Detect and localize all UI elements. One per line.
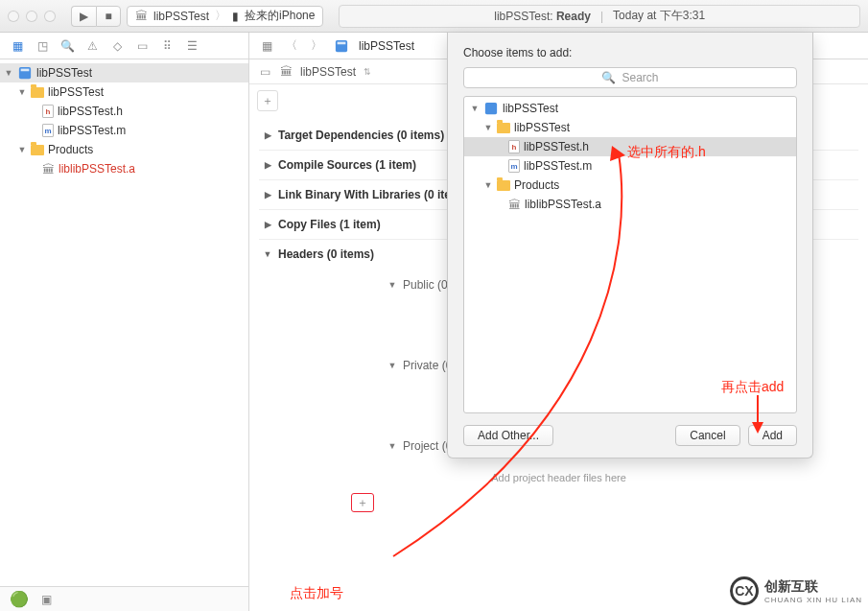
- issue-icon[interactable]: ⚠: [84, 38, 100, 54]
- logo-py: CHUANG XIN HU LIAN: [764, 596, 862, 604]
- sheet-search[interactable]: 🔍 Search: [463, 67, 797, 88]
- header-file-icon: h: [42, 105, 54, 118]
- library-icon: 🏛: [42, 162, 55, 176]
- source-control-icon[interactable]: ◳: [35, 38, 50, 54]
- header-file-icon: h: [508, 140, 520, 153]
- project-icon: [334, 38, 349, 54]
- breakpoint-icon[interactable]: ⠿: [159, 38, 175, 54]
- nav-products-row[interactable]: ▼ Products: [0, 140, 248, 159]
- minimize-dot[interactable]: [26, 11, 37, 22]
- outline-icon[interactable]: ▭: [257, 64, 272, 80]
- search-icon[interactable]: 🔍: [59, 38, 75, 54]
- add-label: Add: [762, 429, 783, 442]
- debug-view-icon[interactable]: ▣: [38, 592, 54, 607]
- impl-file-icon: m: [508, 159, 520, 173]
- debug-globe-icon[interactable]: 🟢: [10, 590, 29, 608]
- add-phase-button[interactable]: ＋: [257, 90, 278, 111]
- debug-icon[interactable]: ▭: [134, 38, 150, 54]
- impl-file-icon: m: [42, 124, 54, 137]
- phase-compile-label: Compile Sources (1 item): [278, 158, 416, 172]
- status-state: Ready: [556, 10, 591, 23]
- project-icon: [17, 65, 33, 81]
- nav-project-row[interactable]: ▼ libPSSTest: [0, 63, 248, 82]
- chevron-updown-icon[interactable]: ⇅: [364, 67, 371, 77]
- sheet-title: Choose items to add:: [448, 33, 812, 67]
- watermark-logo: CX 创新互联 CHUANG XIN HU LIAN: [730, 576, 862, 605]
- tree-file-h[interactable]: hlibPSSTest.h: [464, 137, 796, 156]
- disclosure-icon[interactable]: ▼: [17, 87, 27, 97]
- folder-icon: [497, 180, 510, 191]
- phase-headers-label: Headers (0 items): [278, 247, 374, 261]
- logo-mark: CX: [730, 576, 759, 605]
- scheme-target: libPSSTest: [153, 10, 209, 23]
- stop-button[interactable]: ■: [96, 6, 121, 27]
- library-icon: 🏛: [508, 198, 521, 212]
- nav-project-label: libPSSTest: [36, 66, 92, 80]
- nav-product-a[interactable]: 🏛 liblibPSSTest.a: [0, 159, 248, 178]
- disclosure-icon[interactable]: ▼: [17, 145, 27, 154]
- tree-product-a[interactable]: 🏛liblibPSSTest.a: [464, 195, 796, 214]
- project-navigator-icon[interactable]: ▦: [10, 38, 25, 54]
- add-other-button[interactable]: Add Other...: [463, 425, 553, 446]
- nav-product-a-label: liblibPSSTest.a: [59, 162, 135, 176]
- breadcrumb-project[interactable]: libPSSTest: [359, 39, 414, 53]
- search-icon: 🔍: [601, 71, 616, 84]
- status-project: libPSSTest:: [494, 10, 552, 23]
- close-dot[interactable]: [8, 11, 19, 22]
- phase-copy-label: Copy Files (1 item): [278, 218, 381, 231]
- target-name[interactable]: libPSSTest: [300, 65, 356, 79]
- nav-file-h-label: libPSSTest.h: [58, 105, 123, 118]
- folder-icon: [31, 145, 44, 155]
- debug-bar: 🟢 ▣: [0, 586, 249, 611]
- annotation-click-plus: 点击加号: [290, 585, 343, 602]
- project-navigator: ▼ libPSSTest ▼ libPSSTest h libPSSTest.h…: [0, 59, 249, 611]
- tree-project[interactable]: ▼libPSSTest: [464, 99, 796, 118]
- window-controls: [8, 11, 56, 22]
- sheet-file-tree: ▼libPSSTest ▼libPSSTest hlibPSSTest.h ml…: [463, 96, 797, 413]
- report-icon[interactable]: ☰: [184, 38, 199, 54]
- tree-products[interactable]: ▼Products: [464, 176, 796, 195]
- folder-icon: [497, 123, 510, 133]
- scheme-selector[interactable]: 🏛 libPSSTest 〉 ▮ 捡来的iPhone: [127, 6, 323, 27]
- scheme-device: 捡来的iPhone: [245, 8, 315, 24]
- phase-link-label: Link Binary With Libraries (0 items): [278, 188, 471, 201]
- folder-icon: [31, 87, 44, 98]
- nav-products-label: Products: [48, 143, 93, 156]
- nav-file-h[interactable]: h libPSSTest.h: [0, 102, 248, 121]
- tree-project-label: libPSSTest: [503, 102, 558, 115]
- back-icon[interactable]: 〈: [284, 38, 299, 54]
- tree-group-label: libPSSTest: [514, 121, 570, 134]
- nav-file-m-label: libPSSTest.m: [58, 124, 126, 137]
- test-icon[interactable]: ◇: [109, 38, 125, 54]
- svg-rect-4: [485, 103, 497, 114]
- library-icon: 🏛: [280, 64, 293, 79]
- activity-status: libPSSTest: Ready | Today at 下午3:31: [339, 5, 860, 28]
- choose-items-sheet: Choose items to add: 🔍 Search ▼libPSSTes…: [447, 33, 813, 458]
- tree-file-m[interactable]: mlibPSSTest.m: [464, 156, 796, 176]
- tree-file-h-label: libPSSTest.h: [524, 140, 589, 153]
- cancel-button[interactable]: Cancel: [675, 425, 739, 446]
- tree-group[interactable]: ▼libPSSTest: [464, 118, 796, 137]
- add-button[interactable]: Add: [748, 425, 797, 446]
- related-items-icon[interactable]: ▦: [259, 38, 274, 54]
- add-other-label: Add Other...: [478, 429, 539, 442]
- nav-group-row[interactable]: ▼ libPSSTest: [0, 82, 248, 102]
- device-icon: ▮: [232, 10, 239, 23]
- run-button[interactable]: ▶: [71, 6, 96, 27]
- search-placeholder: Search: [622, 71, 658, 84]
- svg-rect-1: [338, 41, 346, 44]
- nav-group-label: libPSSTest: [48, 85, 104, 99]
- cancel-label: Cancel: [690, 429, 725, 442]
- library-icon: 🏛: [135, 9, 148, 23]
- forward-icon[interactable]: 〉: [309, 38, 324, 54]
- tree-file-m-label: libPSSTest.m: [524, 159, 592, 173]
- disclosure-icon[interactable]: ▼: [4, 68, 13, 78]
- add-header-button[interactable]: ＋: [351, 493, 374, 512]
- phase-deps-label: Target Dependencies (0 items): [278, 129, 444, 142]
- zoom-dot[interactable]: [44, 11, 56, 22]
- logo-cn: 创新互联: [764, 578, 862, 596]
- svg-rect-3: [21, 69, 30, 72]
- run-stop-group: ▶ ■: [71, 6, 121, 27]
- tree-product-a-label: liblibPSSTest.a: [525, 198, 601, 211]
- nav-file-m[interactable]: m libPSSTest.m: [0, 121, 248, 140]
